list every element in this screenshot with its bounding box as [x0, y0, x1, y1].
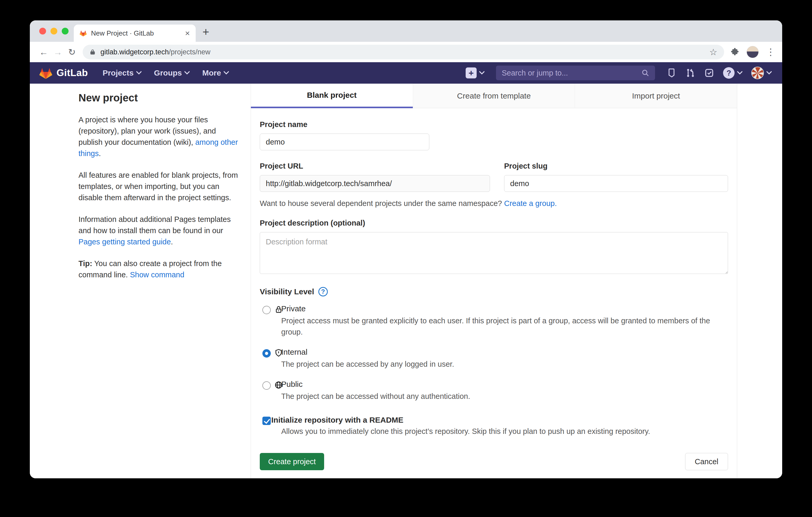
visibility-level-label: Visibility Level	[260, 287, 314, 296]
url-bar[interactable]: gitlab.widgetcorp.tech/projects/new ☆	[83, 45, 724, 59]
reload-icon[interactable]: ↻	[65, 47, 79, 57]
tab-close-icon[interactable]: ×	[185, 29, 190, 37]
traffic-lights	[39, 28, 68, 34]
chevron-down-icon	[766, 71, 772, 75]
project-url-input[interactable]	[260, 175, 490, 192]
menu-more[interactable]: More	[202, 68, 229, 78]
project-url-label: Project URL	[260, 162, 490, 171]
url-text: gitlab.widgetcorp.tech/projects/new	[100, 48, 210, 56]
create-a-group-link[interactable]: Create a group.	[504, 199, 557, 208]
browser-profile-avatar[interactable]	[747, 46, 759, 58]
new-tab-button[interactable]: +	[202, 26, 209, 38]
readme-option[interactable]: Initialize repository with a README Allo…	[260, 416, 728, 436]
shield-icon	[274, 349, 283, 357]
browser-menu-icon[interactable]: ⋮	[766, 47, 775, 58]
browser-tab-strip: New Project · GitLab × +	[30, 20, 782, 42]
project-slug-label: Project slug	[504, 162, 728, 171]
user-avatar	[751, 67, 764, 79]
help-icon: ?	[723, 67, 734, 79]
back-icon[interactable]: ←	[37, 47, 51, 57]
project-description-label: Project description (optional)	[260, 219, 728, 227]
tab-import-project[interactable]: Import project	[575, 84, 737, 108]
search-icon	[641, 69, 649, 77]
new-menu-button[interactable]: +	[466, 67, 485, 79]
blank-project-form: Project name Project URL Project slug Wa…	[251, 108, 737, 478]
page-title: New project	[79, 92, 239, 104]
user-menu-button[interactable]	[751, 67, 772, 79]
project-name-input[interactable]	[260, 133, 429, 150]
chevron-down-icon	[136, 71, 142, 75]
project-description-textarea[interactable]	[260, 232, 728, 274]
browser-tab[interactable]: New Project · GitLab ×	[74, 25, 196, 42]
visibility-option-public[interactable]: Public The project can be accessed witho…	[260, 380, 728, 402]
chevron-down-icon	[224, 71, 229, 75]
project-slug-input[interactable]	[504, 175, 728, 192]
radio-public[interactable]	[262, 381, 271, 390]
search-placeholder: Search or jump to...	[502, 69, 568, 78]
help-menu-button[interactable]: ?	[723, 67, 743, 79]
cancel-button[interactable]: Cancel	[685, 453, 728, 470]
gitlab-wordmark: GitLab	[57, 67, 88, 79]
https-lock-icon	[89, 49, 96, 55]
bookmark-star-icon[interactable]: ☆	[709, 47, 717, 57]
chevron-down-icon	[184, 71, 190, 75]
namespace-hint: Want to house several dependent projects…	[260, 199, 728, 208]
minimize-window-button[interactable]	[51, 28, 57, 34]
gitlab-navbar: GitLab Projects Groups More + Search or …	[30, 62, 782, 84]
gitlab-brand[interactable]: GitLab	[39, 67, 88, 79]
search-input[interactable]: Search or jump to...	[496, 66, 655, 80]
todos-icon[interactable]	[704, 68, 714, 78]
chrome-actions: ⋮	[728, 46, 775, 58]
gitlab-favicon	[80, 30, 87, 37]
chevron-down-icon	[479, 71, 485, 75]
gitlab-logo-icon	[39, 67, 52, 79]
new-project-panel: Blank project Create from template Impor…	[251, 84, 737, 478]
tab-title: New Project · GitLab	[91, 29, 181, 37]
project-type-tabs: Blank project Create from template Impor…	[251, 84, 737, 108]
close-window-button[interactable]	[39, 28, 46, 34]
lock-icon	[274, 305, 283, 314]
chevron-down-icon	[737, 71, 743, 75]
project-name-label: Project name	[260, 120, 728, 129]
merge-requests-icon[interactable]	[686, 68, 695, 78]
pages-guide-link[interactable]: Pages getting started guide	[79, 238, 171, 246]
tab-create-from-template[interactable]: Create from template	[413, 84, 575, 108]
readme-checkbox[interactable]	[262, 417, 271, 425]
create-project-button[interactable]: Create project	[260, 453, 324, 470]
radio-private[interactable]	[262, 306, 271, 314]
visibility-option-internal[interactable]: Internal The project can be accessed by …	[260, 347, 728, 370]
zoom-window-button[interactable]	[62, 28, 68, 34]
visibility-help-icon[interactable]: ?	[318, 287, 328, 296]
radio-internal[interactable]	[262, 349, 271, 358]
browser-toolbar: ← → ↻ gitlab.widgetcorp.tech/projects/ne…	[30, 42, 782, 62]
gitlab-menus: Projects Groups More	[103, 68, 229, 78]
sidebar-paragraph: Information about additional Pages templ…	[79, 214, 239, 247]
tab-blank-project[interactable]: Blank project	[251, 84, 413, 108]
visibility-option-private[interactable]: Private Project access must be granted e…	[260, 304, 728, 338]
sidebar-tip: Tip: You can also create a project from …	[79, 258, 239, 280]
forward-icon[interactable]: →	[51, 47, 65, 57]
extensions-puzzle-icon[interactable]	[730, 48, 739, 57]
menu-groups[interactable]: Groups	[154, 68, 190, 78]
plus-icon: +	[466, 67, 476, 79]
browser-window: New Project · GitLab × + ← → ↻ gitlab.wi…	[30, 20, 782, 478]
menu-projects[interactable]: Projects	[103, 68, 141, 78]
sidebar-help-column: New project A project is where you house…	[79, 84, 239, 291]
sidebar-paragraph: A project is where you house your files …	[79, 114, 239, 159]
show-command-link[interactable]: Show command	[130, 271, 184, 279]
sidebar-paragraph: All features are enabled for blank proje…	[79, 170, 239, 203]
issues-icon[interactable]	[667, 68, 676, 78]
globe-icon	[274, 381, 283, 389]
page-content: New project A project is where you house…	[30, 84, 782, 478]
